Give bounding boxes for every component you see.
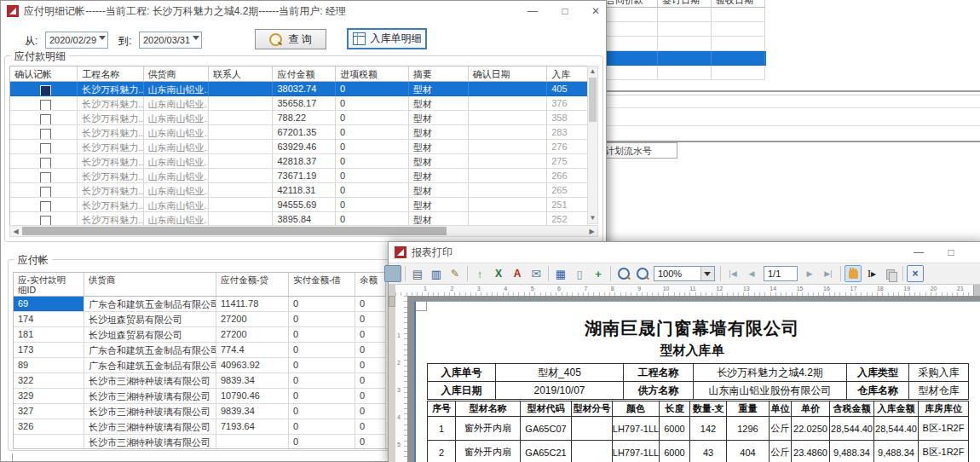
amount-cell: 788.22 — [273, 111, 336, 125]
minimize-button[interactable]: — — [524, 3, 541, 19]
design-view-icon[interactable] — [384, 265, 401, 282]
tax-cell: 0 — [336, 169, 409, 183]
item-cell: GA65C07 — [521, 417, 572, 441]
scroll-up-icon[interactable]: ▲ — [588, 66, 597, 77]
table-row[interactable] — [602, 37, 766, 51]
close-button[interactable]: ✕ — [587, 3, 604, 19]
maximize-button[interactable]: □ — [556, 3, 574, 19]
inbound-detail-button[interactable]: 入库单明细 — [347, 28, 427, 49]
summary-cell: 型材 — [409, 183, 469, 198]
paid-cell: 0 — [289, 404, 355, 419]
column-header: 应付金额 — [273, 66, 336, 82]
hand-tool-icon[interactable] — [845, 265, 862, 282]
close-preview-icon[interactable]: × — [907, 265, 924, 282]
scroll-down-icon[interactable]: ▼ — [588, 213, 597, 223]
text-select-icon[interactable]: I▸ — [863, 265, 880, 282]
table-row[interactable]: 长沙万科魅力...山东南山铝业...3895.840型材252 — [10, 212, 588, 226]
table-row[interactable] — [602, 66, 766, 80]
pdf-export-icon[interactable]: A — [509, 265, 526, 282]
table-row[interactable]: 长沙万科魅力...山东南山铝业...94555.690型材251 — [10, 198, 588, 212]
table-row[interactable] — [602, 22, 766, 37]
table1-vscrollbar[interactable]: ▲ ▼ — [587, 66, 598, 224]
table-row[interactable]: 长沙市三湘特种玻璃有限公司00 — [14, 435, 388, 449]
table1-vscroll-thumb[interactable] — [589, 78, 597, 122]
table-cell — [602, 22, 658, 37]
table-row[interactable]: 173广东合和建筑五金制品有限公司774.400 — [14, 343, 388, 358]
table-row[interactable]: 174长沙坦森贸易有限公司2720000 — [14, 312, 388, 327]
confirm-checkbox[interactable] — [40, 158, 51, 169]
confirm-checkbox[interactable] — [40, 172, 51, 183]
first-page-icon[interactable]: |◀ — [724, 265, 741, 282]
table-row[interactable]: 322长沙市三湘特种玻璃有限公司9839.3400 — [14, 373, 388, 389]
report-item-table: 序号型材名称型材代码型材分号颜色长度数量-支重量单位单价含税金额入库金额库房库位… — [427, 401, 969, 462]
book-icon[interactable]: ▥ — [428, 265, 445, 282]
print-icon[interactable]: ▤ — [409, 265, 426, 282]
table-row[interactable]: 长沙万科魅力...山东南山铝业...67201.350型材283 — [10, 125, 588, 140]
next-page-icon[interactable]: ▶ — [801, 265, 818, 282]
table-row[interactable]: 长沙万科魅力...山东南山铝业...63929.460型材276 — [10, 140, 588, 154]
save-icon[interactable]: ▦ — [552, 265, 569, 282]
table-row[interactable] — [602, 51, 766, 66]
table1-hscrollbar[interactable]: ◀ ▶ — [9, 225, 598, 237]
confirm-checkbox[interactable] — [40, 187, 51, 198]
table1-hscroll-thumb[interactable] — [22, 227, 447, 235]
item-cell: GA65C21 — [521, 441, 572, 462]
table-row[interactable]: 327长沙市三湘特种玻璃有限公司9839.3400 — [14, 404, 388, 419]
scroll-knob[interactable] — [389, 296, 395, 307]
to-date-select[interactable]: 2020/03/31 — [139, 32, 202, 49]
table-row[interactable]: 长沙万科魅力...山东南山铝业...38032.740型材405 — [10, 82, 588, 96]
table-row[interactable]: 181长沙坦森贸易有限公司2720000 — [14, 327, 388, 343]
table-row[interactable]: 329长沙市三湘特种玻璃有限公司10790.4600 — [14, 389, 388, 404]
confirm-checkbox[interactable] — [40, 114, 51, 125]
page-setup-icon[interactable]: ✎ — [447, 265, 464, 282]
report-close-button[interactable]: ✕ — [977, 245, 980, 260]
document-icon[interactable]: ▯ — [571, 265, 588, 282]
zoom-out-icon[interactable] — [633, 265, 650, 282]
confirm-checkbox[interactable] — [40, 100, 51, 111]
table-row[interactable]: 326长沙市三湘特种玻璃有限公司7193.6400 — [14, 419, 388, 435]
ruler-number: 13 — [743, 286, 750, 292]
table-row[interactable]: 89广东合和建筑五金制品有限公司40963.9200 — [14, 358, 388, 373]
chevron-down-icon[interactable] — [700, 267, 714, 280]
info-label-cell: 入库单号 — [428, 364, 496, 382]
confirm-checkbox[interactable] — [40, 143, 51, 154]
table-row[interactable]: 长沙万科魅力...山东南山铝业...35658.170型材376 — [10, 96, 588, 111]
supplier-cell: 长沙市三湘特种玻璃有限公司 — [84, 435, 216, 449]
table-row[interactable]: 69广东合和建筑五金制品有限公司11411.7800 — [14, 297, 388, 312]
tax-cell: 0 — [336, 198, 409, 212]
table-row[interactable]: 长沙万科魅力...山东南山铝业...42818.370型材275 — [10, 154, 588, 169]
column-header: 确认日期 — [469, 66, 548, 82]
query-button-label: 查 询 — [288, 32, 311, 47]
scroll-left-icon[interactable]: ◀ — [10, 226, 21, 236]
table-row[interactable] — [602, 8, 766, 22]
app-logo-icon — [395, 246, 406, 258]
info-label-cell: 工程名称 — [624, 364, 694, 382]
table-row[interactable]: 长沙万科魅力...山东南山铝业...42118.310型材265 — [10, 183, 588, 198]
table-row[interactable]: 长沙万科魅力...山东南山铝业...788.220型材358 — [10, 111, 588, 125]
confirm-checkbox[interactable] — [40, 129, 51, 140]
export-icon[interactable]: ↑ — [471, 265, 488, 282]
chevron-down-icon — [193, 36, 199, 40]
zoom-in-icon[interactable] — [614, 265, 631, 282]
divider — [599, 90, 980, 92]
last-page-icon[interactable]: ▶| — [820, 265, 837, 282]
ruler-number: 8 — [611, 286, 614, 292]
info-value-cell: 山东南山铝业股份有限公司 — [694, 382, 847, 400]
table-row[interactable]: 长沙万科魅力...山东南山铝业...73671.190型材266 — [10, 169, 588, 183]
page-number-input[interactable]: 1/1 — [764, 266, 798, 281]
prev-page-icon[interactable]: ◀ — [743, 265, 760, 282]
from-date-select[interactable]: 2020/02/29 — [45, 32, 108, 49]
confirm-checkbox[interactable] — [40, 85, 51, 96]
scroll-right-icon[interactable]: ▶ — [586, 226, 597, 236]
copy-page-icon[interactable] — [882, 265, 899, 282]
email-icon[interactable]: ✉ — [527, 265, 545, 282]
report-minimize-button[interactable]: — — [910, 245, 927, 260]
confirm-checkbox[interactable] — [40, 201, 51, 212]
balance-cell: 0 — [355, 404, 386, 419]
ruler-number: 17 — [850, 286, 856, 292]
excel-export-icon[interactable]: X — [490, 265, 507, 282]
report-maximize-button[interactable]: □ — [943, 245, 960, 260]
add-document-icon[interactable]: + — [590, 265, 607, 282]
query-button[interactable]: 查 询 — [255, 29, 326, 49]
zoom-level-select[interactable]: 100% — [654, 266, 715, 281]
